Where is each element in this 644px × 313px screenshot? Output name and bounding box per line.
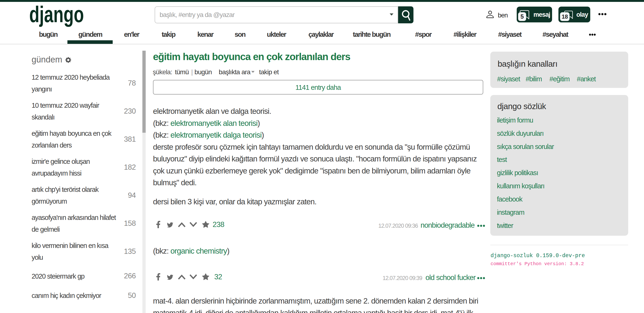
svg-text:django: django	[29, 3, 84, 27]
